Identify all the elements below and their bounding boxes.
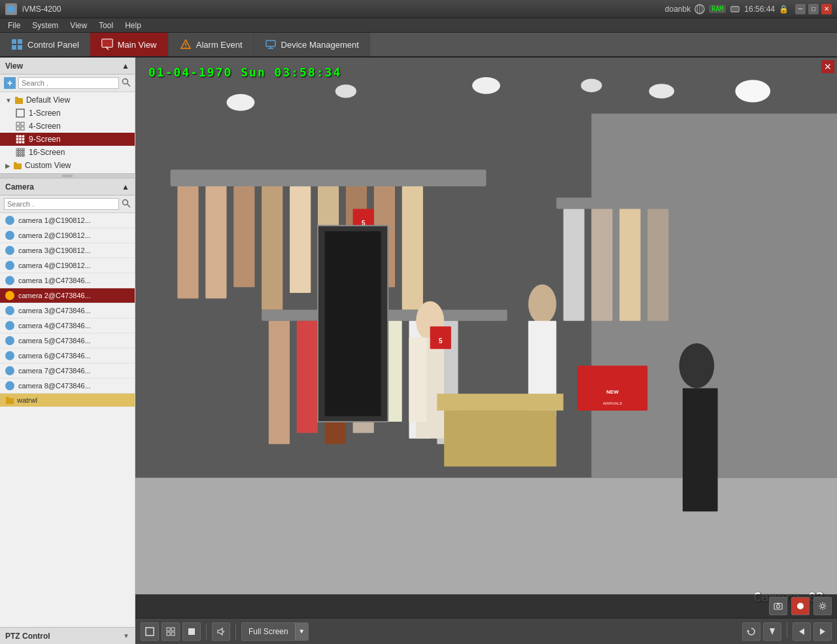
svg-point-95	[528, 284, 556, 324]
svg-rect-70	[177, 186, 198, 298]
maximize-button[interactable]: □	[808, 4, 819, 14]
camera-list-item-cam4[interactable]: camera 4@C190812...	[0, 258, 135, 273]
snapshot-icon-button[interactable]	[769, 597, 787, 615]
svg-rect-116	[167, 628, 170, 631]
fullscreen-dropdown[interactable]: Full Screen ▼	[241, 622, 309, 641]
camera-list-item-cam6[interactable]: camera 2@C473846...	[0, 288, 135, 303]
svg-rect-78	[402, 186, 423, 310]
camera-dot-icon	[5, 321, 14, 330]
fullscreen-label: Full Screen	[242, 627, 295, 636]
audio-button[interactable]	[212, 622, 230, 641]
camera-dot-icon	[5, 336, 14, 345]
camera-list-item-cam5[interactable]: camera 1@C473846...	[0, 273, 135, 288]
svg-rect-37	[22, 141, 24, 143]
stop-button[interactable]	[182, 622, 201, 641]
menu-help[interactable]: Help	[120, 20, 146, 31]
camera-search-input[interactable]	[4, 198, 119, 210]
svg-rect-33	[20, 139, 22, 141]
single-view-button[interactable]	[141, 622, 159, 641]
camera-folder-item[interactable]: watrwl	[0, 394, 135, 407]
svg-rect-26	[21, 122, 24, 126]
svg-rect-52	[21, 156, 23, 158]
ptz-collapse-button[interactable]: ▼	[123, 632, 129, 639]
camera-list-item-cam1[interactable]: camera 1@C190812...	[0, 213, 135, 228]
screen-9-item[interactable]: 9-Screen	[0, 133, 135, 146]
camera-list-item-cam2[interactable]: camera 2@C190812...	[0, 228, 135, 243]
svg-rect-112	[777, 603, 779, 604]
svg-point-97	[679, 343, 715, 388]
tab-alarm-event-label: Alarm Event	[196, 40, 243, 50]
screen-1-icon	[16, 109, 25, 118]
svg-rect-8	[12, 39, 16, 44]
camera-item-label: camera 3@C190812...	[18, 246, 91, 254]
view-add-button[interactable]: +	[4, 77, 16, 89]
svg-rect-44	[21, 151, 23, 153]
tab-device-management[interactable]: Device Management	[254, 33, 370, 56]
minimize-button[interactable]: ─	[795, 4, 806, 14]
menubar: File System View Tool Help	[0, 18, 837, 33]
camera-list-item-cam3[interactable]: camera 3@C190812...	[0, 243, 135, 258]
menu-system[interactable]: System	[27, 20, 63, 31]
record-icon-button[interactable]	[791, 597, 810, 615]
svg-rect-27	[16, 127, 20, 130]
svg-text:NEW: NEW	[606, 389, 619, 395]
camera-search-icon[interactable]	[122, 199, 131, 210]
screen-4-item[interactable]: 4-Screen	[0, 120, 135, 133]
tab-alarm-event[interactable]: Alarm Event	[169, 33, 254, 56]
camera-list-item-cam10[interactable]: camera 6@C473846...	[0, 348, 135, 364]
svg-point-63	[472, 77, 500, 94]
panel-divider[interactable]	[0, 173, 135, 178]
video-close-button[interactable]: ✕	[821, 60, 834, 73]
next-button[interactable]	[813, 622, 832, 641]
settings-icon-button[interactable]	[813, 597, 832, 615]
video-controls-overlay	[135, 594, 837, 618]
camera-search-bar	[0, 195, 135, 213]
custom-view-group[interactable]: ▶ Custom View	[0, 159, 135, 172]
camera-list-item-cam9[interactable]: camera 5@C473846...	[0, 333, 135, 348]
menu-view[interactable]: View	[65, 20, 92, 31]
svg-rect-72	[233, 186, 254, 287]
tab-main-view[interactable]: Main View	[90, 33, 169, 56]
close-button[interactable]: ✕	[821, 4, 832, 14]
svg-rect-88	[564, 209, 585, 320]
view-search-input[interactable]	[18, 77, 119, 89]
svg-marker-124	[799, 628, 804, 635]
refresh-button[interactable]	[742, 622, 760, 641]
video-area: ✕	[135, 58, 837, 618]
screen-16-icon	[16, 148, 25, 157]
svg-rect-36	[20, 141, 22, 143]
screen-1-item[interactable]: 1-Screen	[0, 107, 135, 120]
camera-feed: NEW ARRIVALS 5 5 01-04-1970 Sun 03:58:34…	[135, 58, 837, 618]
menu-tool[interactable]: Tool	[94, 20, 118, 31]
svg-rect-59	[6, 398, 14, 404]
default-view-group[interactable]: ▼ Default View	[0, 93, 135, 107]
quad-view-button[interactable]	[162, 622, 180, 641]
svg-marker-121	[218, 628, 222, 635]
menu-file[interactable]: File	[3, 20, 26, 31]
camera-list-item-cam11[interactable]: camera 7@C473846...	[0, 364, 135, 379]
toolbar-sep-2	[235, 624, 236, 639]
camera-section: Camera ▲ camera 1@C190812...camera 2@C19…	[0, 178, 135, 627]
svg-point-114	[821, 605, 825, 608]
main-view-icon	[101, 38, 114, 51]
camera-list-item-cam8[interactable]: camera 4@C473846...	[0, 318, 135, 333]
svg-line-58	[128, 204, 131, 207]
prev-button[interactable]	[793, 622, 811, 641]
view-collapse-button[interactable]: ▲	[122, 61, 129, 71]
camera-collapse-button[interactable]: ▲	[122, 182, 129, 192]
dropdown-refresh-button[interactable]	[763, 622, 781, 641]
right-toolbar	[742, 622, 832, 641]
screen-16-item[interactable]: 16-Screen	[0, 146, 135, 159]
tab-control-panel[interactable]: Control Panel	[0, 33, 90, 56]
view-search-icon[interactable]	[122, 78, 131, 89]
app-icon	[5, 3, 17, 15]
camera-list-item-cam7[interactable]: camera 3@C473846...	[0, 303, 135, 318]
screen-1-label: 1-Screen	[29, 109, 61, 118]
fullscreen-dropdown-arrow[interactable]: ▼	[295, 622, 308, 641]
custom-view-toggle: ▶	[5, 162, 10, 169]
camera-list-item-cam12[interactable]: camera 8@C473846...	[0, 379, 135, 394]
camera-dot-icon	[5, 351, 14, 360]
camera-dot-icon	[5, 261, 14, 270]
camera-dot-icon	[5, 381, 14, 390]
default-view-toggle: ▼	[5, 97, 12, 104]
